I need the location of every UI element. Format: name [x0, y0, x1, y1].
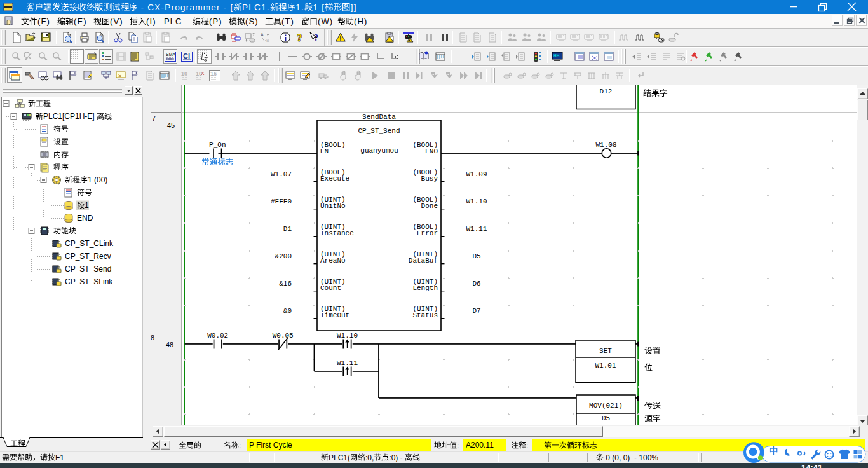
- svg-text:45: 45: [167, 121, 175, 129]
- svg-text:Error: Error: [417, 230, 438, 237]
- svg-text:48: 48: [166, 341, 173, 348]
- svg-text:1: 1: [85, 201, 89, 210]
- svg-text:&16: &16: [279, 280, 292, 287]
- svg-text:AreaNo: AreaNo: [320, 257, 346, 265]
- svg-text:&200: &200: [275, 252, 292, 260]
- svg-text:W1.11: W1.11: [466, 225, 487, 233]
- svg-text:W1.10: W1.10: [466, 198, 487, 205]
- svg-text:D5: D5: [472, 252, 480, 260]
- svg-text:SendData: SendData: [362, 113, 396, 121]
- svg-text:CP_ST_Recv: CP_ST_Recv: [65, 252, 111, 261]
- svg-text:CP_ST_CLink: CP_ST_CLink: [65, 239, 114, 248]
- svg-text:8: 8: [151, 334, 154, 341]
- svg-text:16: 16: [210, 71, 217, 77]
- svg-text:MOV(021): MOV(021): [589, 402, 623, 410]
- svg-text:?: ?: [314, 33, 318, 43]
- svg-text:W1.08: W1.08: [595, 141, 616, 149]
- svg-text:D12: D12: [600, 88, 613, 95]
- svg-text:D6: D6: [472, 280, 480, 287]
- svg-text:HH: HH: [553, 53, 560, 59]
- svg-text:P_On: P_On: [209, 141, 226, 149]
- svg-text:SMA: SMA: [166, 52, 176, 57]
- svg-text:D1: D1: [283, 225, 292, 233]
- svg-text:B: B: [266, 38, 269, 43]
- svg-text:?: ?: [297, 32, 302, 43]
- svg-text:D7: D7: [472, 307, 480, 315]
- svg-text:W1.07: W1.07: [271, 170, 292, 178]
- svg-text:W1.11: W1.11: [337, 359, 358, 367]
- svg-text:Execute: Execute: [320, 175, 349, 182]
- svg-text:Status: Status: [412, 312, 438, 319]
- svg-text:10: 10: [196, 71, 202, 77]
- svg-text:D5: D5: [602, 415, 610, 422]
- svg-text:EN: EN: [320, 148, 329, 155]
- svg-text:guanyumou: guanyumou: [360, 147, 398, 155]
- svg-text:TimeOut: TimeOut: [320, 312, 349, 319]
- svg-text:#FFF0: #FFF0: [271, 198, 292, 205]
- svg-text:END: END: [77, 214, 93, 223]
- svg-text:Length: Length: [412, 284, 438, 292]
- svg-text:A: A: [261, 32, 264, 37]
- svg-text:CP_ST_Send: CP_ST_Send: [358, 127, 400, 135]
- svg-text:S: S: [118, 72, 121, 78]
- svg-text:1 (00): 1 (00): [88, 176, 107, 184]
- svg-text:W1.10: W1.10: [337, 332, 358, 340]
- svg-text:Instance: Instance: [320, 230, 354, 237]
- svg-text:W1.01: W1.01: [595, 362, 616, 369]
- svg-text:W0.05: W0.05: [273, 332, 294, 340]
- svg-text:CP_ST_Send: CP_ST_Send: [65, 265, 111, 273]
- svg-text:&0: &0: [283, 307, 292, 315]
- svg-text:SET: SET: [599, 347, 612, 355]
- svg-text:Count: Count: [320, 284, 341, 292]
- svg-text:W1.09: W1.09: [466, 170, 487, 178]
- svg-text:10: 10: [181, 71, 187, 77]
- svg-text:CP_ST_SLink: CP_ST_SLink: [65, 277, 113, 286]
- svg-text:CI: CI: [183, 52, 190, 60]
- svg-text:ENO: ENO: [425, 148, 438, 155]
- svg-text:DataBuf: DataBuf: [409, 257, 438, 265]
- svg-text:Done: Done: [421, 202, 438, 210]
- svg-text:UnitNo: UnitNo: [320, 202, 346, 210]
- svg-text:Busy: Busy: [421, 175, 438, 182]
- svg-text:W0.02: W0.02: [207, 332, 228, 340]
- svg-text:7: 7: [152, 114, 156, 122]
- svg-text:PLC1[CP1H-E]: PLC1[CP1H-E]: [43, 112, 97, 121]
